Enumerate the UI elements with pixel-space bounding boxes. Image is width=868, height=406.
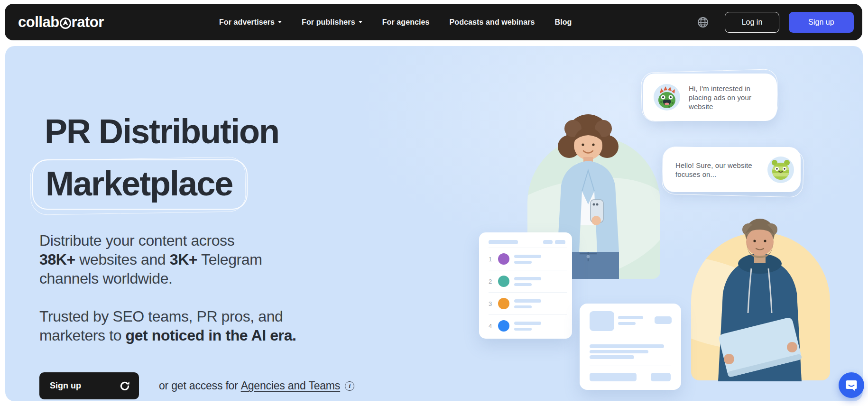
logo-text-left: collab — [18, 14, 59, 31]
placeholder-bar — [514, 322, 541, 325]
placeholder-bar — [618, 322, 636, 325]
placeholder-line — [590, 355, 634, 359]
row-color-dot — [498, 298, 509, 309]
nav-item-label: For advertisers — [219, 18, 275, 27]
nav-item-label: Podcasts and webinars — [450, 18, 535, 27]
list-card-header — [489, 239, 567, 245]
placeholder-bar — [514, 283, 532, 286]
cta-alt: or get access for Agencies and Teams i — [159, 379, 354, 392]
nav-item-label: For agencies — [382, 18, 430, 27]
hero-subtitle: Distribute your content across 38K+ webs… — [39, 231, 272, 288]
title-line-2: Marketplace — [46, 165, 232, 203]
lime-monster-avatar — [767, 157, 794, 183]
placeholder-line — [590, 350, 648, 353]
subtitle-text: Distribute your content across — [39, 232, 234, 249]
nav-sign-up-button[interactable]: Sign up — [789, 12, 854, 33]
list-row-2: 2 — [489, 270, 567, 292]
chat-bubble-advertiser: Hi, I'm interested in placing ads on you… — [643, 74, 777, 121]
row-number: 1 — [489, 256, 496, 263]
list-row-3: 3 — [489, 292, 567, 314]
row-color-dot — [498, 320, 509, 332]
nav-item-label: Blog — [554, 18, 572, 27]
chat-bubble-icon — [845, 378, 858, 392]
hero-sign-up-label: Sign up — [50, 381, 81, 391]
stat-telegram: 3K+ — [170, 251, 197, 268]
nav-item-podcasts-webinars[interactable]: Podcasts and webinars — [450, 18, 535, 27]
placeholder-bar — [514, 261, 532, 264]
doc-card-header — [590, 311, 672, 331]
top-navbar: collab rator For advertisers For publish… — [5, 4, 862, 40]
row-number: 3 — [489, 300, 496, 307]
document-placeholder-card — [580, 304, 681, 390]
cta-row: Sign up or get access for Agencies and T… — [39, 372, 354, 399]
subtitle-text: websites and — [75, 251, 170, 268]
row-number: 4 — [489, 323, 496, 330]
logo[interactable]: collab rator — [18, 4, 104, 40]
nav-item-for-publishers[interactable]: For publishers — [302, 18, 362, 27]
stat-websites: 38K+ — [39, 251, 75, 268]
websites-list-card: 1 2 3 4 — [479, 232, 572, 339]
hero-trusted-line: Trusted by SEO teams, PR pros, and marke… — [39, 307, 303, 345]
info-icon[interactable]: i — [345, 381, 354, 391]
placeholder-bar — [514, 328, 532, 331]
list-row-4: 4 — [489, 314, 567, 337]
nav-right-cluster: Log in Sign up — [696, 4, 854, 40]
row-number: 2 — [489, 278, 496, 285]
nav-item-for-advertisers[interactable]: For advertisers — [219, 18, 282, 27]
page-title: PR Distribution Marketplace — [39, 114, 279, 210]
cta-alt-prefix: or get access for — [159, 379, 238, 392]
chat-bubble-publisher: Hello! Sure, our website focuses on... — [663, 147, 801, 192]
title-line-1: PR Distribution — [39, 114, 279, 149]
placeholder-bar — [514, 299, 541, 303]
chat-bubble-text: Hello! Sure, our website focuses on... — [675, 161, 761, 179]
placeholder-bar — [618, 316, 643, 319]
man-with-laptop-photo — [684, 214, 836, 381]
placeholder-pill — [655, 316, 672, 324]
language-globe-icon[interactable] — [696, 16, 710, 29]
divider — [590, 366, 671, 366]
green-monster-avatar — [654, 84, 680, 111]
row-color-dot — [498, 276, 509, 287]
placeholder-bar — [514, 305, 532, 308]
log-in-button[interactable]: Log in — [725, 12, 779, 33]
marketplace-highlight-box: Marketplace — [32, 159, 248, 210]
placeholder-thumbnail — [590, 311, 614, 331]
placeholder-bar — [514, 277, 541, 280]
placeholder-bar — [514, 255, 541, 258]
row-color-dot — [498, 253, 509, 265]
circular-arrow-icon — [119, 380, 130, 392]
chevron-down-icon — [278, 21, 282, 23]
nav-links: For advertisers For publishers For agenc… — [219, 4, 572, 40]
placeholder-bar — [489, 240, 518, 244]
chevron-down-icon — [359, 21, 362, 23]
placeholder-pill — [590, 373, 637, 381]
logo-text-right: rator — [72, 14, 104, 31]
list-row-1: 1 — [489, 248, 567, 270]
hero-sign-up-button[interactable]: Sign up — [39, 372, 139, 399]
chat-bubble-text: Hi, I'm interested in placing ads on you… — [689, 84, 769, 111]
nav-item-for-agencies[interactable]: For agencies — [382, 18, 430, 27]
nav-item-label: For publishers — [302, 18, 355, 27]
page: collab rator For advertisers For publish… — [0, 0, 868, 406]
placeholder-pill — [651, 373, 671, 381]
placeholder-pill — [543, 240, 553, 244]
chat-widget-button[interactable] — [839, 372, 864, 398]
agencies-and-teams-link[interactable]: Agencies and Teams — [241, 379, 341, 392]
placeholder-pill — [555, 240, 565, 244]
hero-section: PR Distribution Marketplace Distribute y… — [5, 46, 863, 401]
placeholder-line — [590, 344, 664, 348]
trusted-bold-text: get noticed in the AI era. — [126, 327, 296, 344]
nav-item-blog[interactable]: Blog — [554, 18, 572, 27]
logo-arrow-o-icon — [60, 18, 71, 29]
